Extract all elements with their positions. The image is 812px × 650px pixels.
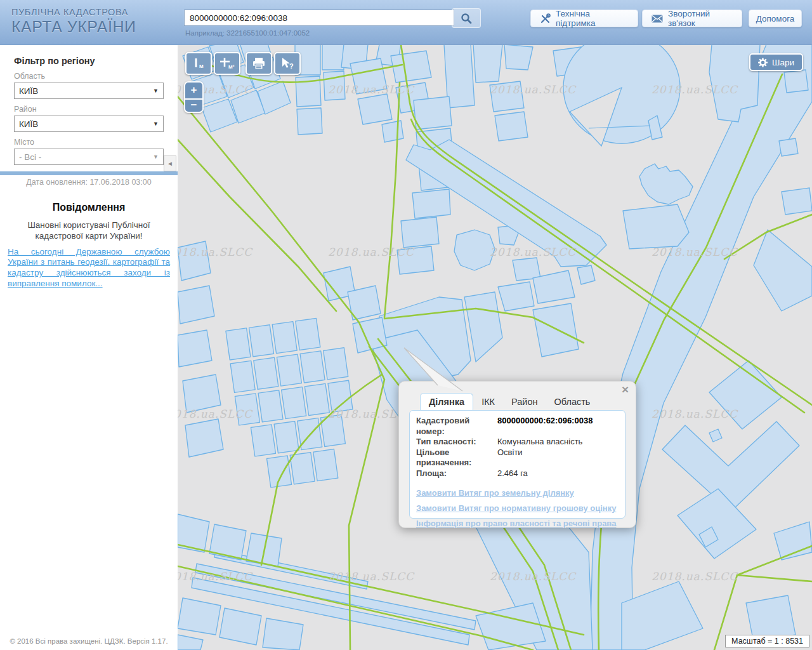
popup-content: Кадастровий номер: 8000000000:62:096:003… [409, 410, 625, 519]
svg-text:2018.ua.SLCC: 2018.ua.SLCC [490, 246, 577, 258]
update-date: Дата оновлення: 17.06.2018 03:00 [0, 178, 178, 187]
order-valuation-link[interactable]: Замовити Витяг про нормативну грошову оц… [416, 503, 619, 513]
cursor-help-icon: ? [279, 57, 296, 70]
city-value: - Всі - [19, 152, 41, 162]
envelope-icon [652, 15, 663, 23]
zoom-out-button[interactable]: − [185, 100, 202, 112]
app-logo[interactable]: ПУБЛІЧНА КАДАСТРОВА КАРТА УКРАЇНИ [11, 7, 136, 36]
help-button[interactable]: Допомога [749, 10, 802, 27]
identify-help-button[interactable]: ? [274, 52, 301, 75]
tech-support-label: Технічна підтримка [556, 9, 629, 28]
tab-ikk[interactable]: ІКК [473, 394, 503, 410]
map-canvas[interactable]: 2018.ua.SLCC2018.ua.SLCC 2018.ua.SLCC201… [178, 44, 812, 650]
svg-text:2018.ua.SLCC: 2018.ua.SLCC [178, 570, 253, 583]
svg-text:2018.ua.SLCC: 2018.ua.SLCC [652, 570, 738, 583]
tools-icon [540, 13, 551, 24]
field-area: Площа: 2.464 га [416, 468, 619, 479]
collapse-icon: ◄ [167, 160, 173, 167]
parcel-layer [178, 44, 812, 650]
gear-icon [758, 58, 768, 67]
field-purpose: Цільове призначення: Освіти [416, 448, 619, 468]
raion-label: Район [14, 105, 164, 114]
svg-text:?: ? [289, 62, 294, 70]
search-icon [461, 13, 472, 24]
svg-text:М²: М² [228, 64, 235, 70]
logo-line1: ПУБЛІЧНА КАДАСТРОВА [11, 7, 136, 17]
sidebar: Фільтр по регіону Область КИЇВ ▼ Район К… [0, 44, 178, 650]
filter-title: Фільтр по регіону [14, 56, 164, 66]
tech-support-button[interactable]: Технічна підтримка [530, 10, 638, 27]
help-label: Допомога [756, 14, 795, 23]
scale-indicator: Масштаб = 1 : 8531 [725, 635, 809, 647]
svg-text:2018.ua.SLCC: 2018.ua.SLCC [652, 83, 738, 96]
zoom-control: + − [184, 81, 204, 113]
logo-line2: КАРТА УКРАЇНИ [11, 18, 136, 36]
message-block: Повідомлення Шановні користувачі Публічн… [0, 202, 178, 289]
map-toolbar: М М² [185, 52, 301, 75]
svg-text:2018.ua.SLCC: 2018.ua.SLCC [328, 83, 415, 96]
svg-text:М: М [199, 63, 204, 69]
city-select[interactable]: - Всі - ▼ [14, 149, 164, 165]
feedback-label: Зворотний зв'язок [668, 9, 733, 28]
layers-button[interactable]: Шари [749, 53, 803, 71]
svg-text:2018.ua.SLCC: 2018.ua.SLCC [490, 570, 577, 583]
svg-text:2018.ua.SLCC: 2018.ua.SLCC [178, 408, 253, 420]
chevron-down-icon: ▼ [153, 88, 159, 94]
map-area: 2018.ua.SLCC2018.ua.SLCC 2018.ua.SLCC201… [178, 44, 812, 650]
zoom-in-button[interactable]: + [185, 83, 202, 100]
svg-text:2018.ua.SLCC: 2018.ua.SLCC [652, 246, 738, 258]
tab-region[interactable]: Область [546, 394, 598, 410]
city-label: Місто [14, 138, 164, 147]
tab-parcel[interactable]: Ділянка [420, 393, 473, 411]
tab-district[interactable]: Район [503, 394, 546, 410]
sidebar-divider [0, 171, 178, 175]
copyright-text: © 2016 Всі права захищені. ЦДЗК. Версія … [0, 637, 178, 645]
cadastral-map-app: 2018.ua.SLCC2018.ua.SLCC 2018.ua.SLCC201… [0, 0, 812, 650]
search-button[interactable] [452, 8, 481, 28]
raion-select[interactable]: КИЇВ ▼ [14, 116, 164, 132]
popup-tabs: Ділянка ІКК Район Область [409, 392, 625, 410]
sidebar-collapse-button[interactable]: ◄ [164, 156, 176, 171]
chevron-down-icon: ▼ [153, 154, 159, 160]
search-hint: Наприклад: 3221655100:01:047:0052 [185, 29, 310, 37]
search-input[interactable] [184, 10, 454, 26]
header: ПУБЛІЧНА КАДАСТРОВА КАРТА УКРАЇНИ Наприк… [0, 0, 812, 45]
oblast-label: Область [14, 72, 164, 81]
svg-text:2018.ua.SLCC: 2018.ua.SLCC [178, 246, 253, 258]
chevron-down-icon: ▼ [153, 121, 159, 127]
message-link[interactable]: На сьогодні Державною службою України з … [8, 247, 170, 290]
printer-icon [252, 57, 266, 70]
oblast-value: КИЇВ [19, 86, 38, 96]
svg-text:2018.ua.SLCC: 2018.ua.SLCC [490, 83, 577, 96]
measure-length-icon: М [191, 57, 206, 70]
print-button[interactable] [246, 52, 272, 75]
field-cadastral-number: Кадастровий номер: 8000000000:62:096:003… [416, 416, 619, 437]
measure-area-icon: М² [219, 57, 235, 70]
oblast-select[interactable]: КИЇВ ▼ [14, 83, 164, 99]
layers-button-label: Шари [772, 58, 794, 67]
message-greeting: Шановні користувачі Публічної кадастрово… [11, 220, 166, 242]
raion-value: КИЇВ [19, 119, 38, 129]
feedback-button[interactable]: Зворотний зв'язок [642, 10, 742, 27]
field-ownership-type: Тип власності: Комунальна власність [416, 437, 619, 448]
region-filter-panel: Фільтр по регіону Область КИЇВ ▼ Район К… [0, 44, 178, 165]
svg-text:2018.ua.SLCC: 2018.ua.SLCC [652, 408, 738, 420]
parcel-info-popup: × Ділянка ІКК Район Область Кадастровий … [398, 381, 636, 528]
order-extract-link[interactable]: Замовити Витяг про земельну ділянку [416, 488, 619, 498]
ownership-info-link[interactable]: Інформація про право власності та речові… [416, 519, 619, 528]
svg-text:2018.ua.SLCC: 2018.ua.SLCC [328, 570, 415, 583]
measure-area-button[interactable]: М² [214, 52, 240, 75]
svg-text:2018.ua.SLCC: 2018.ua.SLCC [328, 246, 415, 258]
message-title: Повідомлення [0, 202, 178, 213]
measure-length-button[interactable]: М [185, 52, 212, 75]
